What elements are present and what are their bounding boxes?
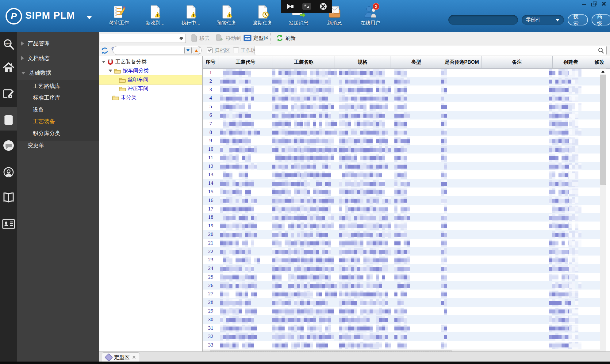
table-row-11[interactable]: 11 <box>203 154 600 162</box>
column-header-创建者[interactable]: 创建者 <box>553 56 589 68</box>
sidebar-item-1[interactable]: 产品管理 <box>17 38 99 49</box>
tree-node-label: 工艺装备分类 <box>115 58 147 65</box>
table-row-22[interactable]: 22 <box>203 247 600 256</box>
search-category-dropdown[interactable]: 零部件 <box>522 15 564 25</box>
table-row-17[interactable]: 17 <box>203 205 600 213</box>
sipm-logo-icon[interactable]: P <box>6 8 22 25</box>
column-header-是否传递PBOM[interactable]: 是否传递PBOM <box>442 56 481 68</box>
table-row-10[interactable]: 10 <box>203 145 600 154</box>
edit-icon[interactable] <box>0 85 17 102</box>
table-row-1[interactable]: 1 <box>203 68 600 77</box>
table-row-18[interactable]: 18 <box>203 213 600 222</box>
column-header-序号[interactable]: 序号 <box>203 56 218 68</box>
search-button[interactable]: 搜索 <box>568 14 588 25</box>
book-icon[interactable] <box>0 189 17 206</box>
table-row-7[interactable]: 7 <box>203 119 600 128</box>
table-row-29[interactable]: 29 <box>203 307 600 315</box>
archive-zone-checkbox[interactable] <box>207 47 213 53</box>
toolbar-item-1[interactable]: 签审工作 <box>101 5 137 26</box>
table-row-26[interactable]: 26 <box>203 281 600 290</box>
sipm-search-icon[interactable]: SIPM <box>0 36 17 53</box>
remove-button[interactable]: 移去 <box>191 33 210 43</box>
sidebar-item-2[interactable]: 文档动态 <box>17 53 99 63</box>
idcard-icon[interactable] <box>0 215 17 233</box>
scroll-up-arrow[interactable] <box>600 69 606 74</box>
work-zone-checkbox[interactable] <box>233 47 239 53</box>
table-row-9[interactable]: 9 <box>203 136 600 145</box>
table-row-21[interactable]: 21 <box>203 239 600 247</box>
find-prev-button[interactable] <box>193 47 200 54</box>
share-screen-icon[interactable] <box>286 3 294 10</box>
column-header-备注[interactable]: 备注 <box>481 56 553 68</box>
table-row-13[interactable]: 13 <box>203 170 600 179</box>
tab-close-icon[interactable] <box>132 355 136 359</box>
table-row-24[interactable]: 24 <box>203 264 600 273</box>
table-row-31[interactable]: 31 <box>203 324 600 332</box>
search-icon[interactable] <box>598 47 604 54</box>
table-row-12[interactable]: 12 <box>203 162 600 171</box>
toolbar-item-4[interactable]: 预警任务 <box>209 5 245 26</box>
restore-button[interactable] <box>591 1 597 6</box>
refresh-button[interactable]: 刷新 <box>276 33 296 43</box>
column-header-规格[interactable]: 规格 <box>335 56 390 68</box>
vertical-scroll-thumb[interactable] <box>600 75 606 185</box>
table-row-8[interactable]: 8 <box>203 128 600 137</box>
advanced-search-button[interactable]: 高级 <box>592 14 610 25</box>
tree-node-未分类[interactable]: 未分类 <box>99 93 202 102</box>
tree-refresh-icon[interactable] <box>101 47 109 55</box>
sidebar-item-4[interactable]: 变更单 <box>17 140 99 150</box>
stop-capture-icon[interactable] <box>319 2 327 10</box>
tree-node-冲压车间[interactable]: 冲压车间 <box>99 84 202 93</box>
table-search-input[interactable] <box>255 47 598 54</box>
find-next-button[interactable] <box>184 47 192 54</box>
support-icon[interactable] <box>0 164 17 181</box>
table-row-27[interactable]: 27 <box>203 290 600 298</box>
close-button[interactable] <box>601 1 606 6</box>
toolbar-item-3[interactable]: 执行中... <box>173 5 209 26</box>
app-menu-caret-icon[interactable] <box>86 16 92 19</box>
tree-node-丝印车间[interactable]: 丝印车间 <box>99 75 202 85</box>
classification-combo[interactable] <box>100 34 186 43</box>
capture-overlay <box>281 0 332 13</box>
chat-icon[interactable] <box>0 137 17 154</box>
toolbar-item-label: 预警任务 <box>217 20 237 26</box>
table-row-28[interactable]: 28 <box>203 298 600 307</box>
row-number: 19 <box>203 222 218 230</box>
table-row-14[interactable]: 14 <box>203 179 600 188</box>
database-icon[interactable] <box>0 112 17 129</box>
move-to-button[interactable]: 移动到 <box>216 33 241 43</box>
table-row-3[interactable]: 3 <box>203 85 600 94</box>
column-header-修改[interactable]: 修改 <box>589 56 610 68</box>
table-row-4[interactable]: 4 <box>203 94 600 102</box>
tree-node-工艺装备分类[interactable]: 工艺装备分类 <box>99 57 202 66</box>
finalize-zone-button[interactable]: 定型区 <box>244 33 269 43</box>
toolbar-item-8[interactable]: 2 在线用户 <box>352 5 388 26</box>
column-header-工装代号[interactable]: 工装代号 <box>218 56 273 68</box>
table-row-20[interactable]: 20 <box>203 230 600 239</box>
toolbar-item-5[interactable]: 逾期任务 <box>245 5 281 26</box>
fullscreen-icon[interactable] <box>302 3 311 10</box>
tree-node-按车间分类[interactable]: 按车间分类 <box>99 66 202 75</box>
row-number: 31 <box>203 324 218 332</box>
table-row-19[interactable]: 19 <box>203 222 600 230</box>
vertical-scrollbar[interactable] <box>600 68 606 364</box>
sidebar-item-3[interactable]: 基础数据 <box>17 68 99 78</box>
column-header-类型[interactable]: 类型 <box>390 56 442 68</box>
table-row-30[interactable]: 30 <box>203 315 600 324</box>
table-row-32[interactable]: 32 <box>203 332 600 341</box>
table-row-23[interactable]: 23 <box>203 256 600 264</box>
toolbar-item-2[interactable]: 新收到... <box>137 5 173 26</box>
table-row-33[interactable]: 33 <box>203 341 600 349</box>
table-row-15[interactable]: 15 <box>203 188 600 196</box>
table-row-16[interactable]: 16 <box>203 196 600 205</box>
home-icon[interactable] <box>0 59 17 76</box>
table-row-5[interactable]: 5 <box>203 102 600 111</box>
tree-filter-input[interactable] <box>113 47 183 54</box>
table-row-25[interactable]: 25 <box>203 273 600 281</box>
table-row-2[interactable]: 2 <box>203 77 600 85</box>
minimize-button[interactable] <box>581 1 587 6</box>
column-header-工装名称[interactable]: 工装名称 <box>273 56 335 68</box>
global-search-input[interactable] <box>448 15 518 25</box>
table-row-6[interactable]: 6 <box>203 111 600 119</box>
tab-finalize-zone[interactable]: 定型区 <box>102 352 140 362</box>
